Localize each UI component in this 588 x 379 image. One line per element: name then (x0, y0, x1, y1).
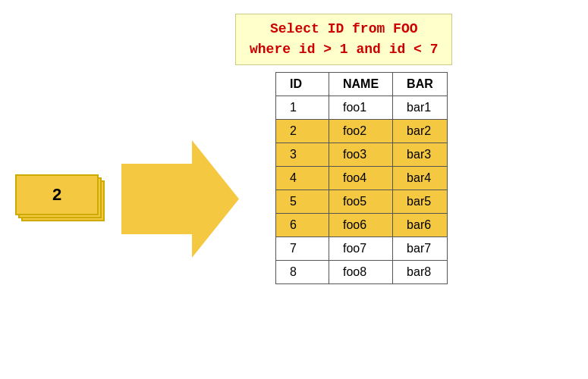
chevron-arrow (121, 140, 239, 258)
cell-id: 3 (276, 143, 329, 167)
cell-name: foo2 (329, 120, 393, 143)
col-header-name: NAME (329, 73, 393, 96)
cell-id: 2 (276, 120, 329, 143)
cell-name: foo1 (329, 96, 393, 120)
cell-name: foo3 (329, 143, 393, 167)
table-header-row: ID NAME BAR (276, 73, 448, 96)
query-cond2: id < 7 (389, 42, 439, 57)
table-row: 8foo8bar8 (276, 261, 448, 284)
card-front: 2 (15, 174, 99, 215)
keyword-where: where (250, 42, 291, 57)
cell-name: foo8 (329, 261, 393, 284)
cell-name: foo5 (329, 190, 393, 214)
col-header-id: ID (276, 73, 329, 96)
cell-id: 5 (276, 190, 329, 214)
cell-bar: bar1 (393, 96, 448, 120)
query-line-2: where id > 1 and id < 7 (250, 39, 438, 60)
table-row: 1foo1bar1 (276, 96, 448, 120)
cell-name: foo6 (329, 214, 393, 237)
cell-bar: bar6 (393, 214, 448, 237)
cell-id: 7 (276, 237, 329, 261)
cell-name: foo7 (329, 237, 393, 261)
table-row: 4foo4bar4 (276, 167, 448, 190)
query-line-1: Select ID from FOO (250, 19, 438, 39)
query-cond1: id > 1 (299, 42, 348, 57)
cell-bar: bar3 (393, 143, 448, 167)
table-row: 2foo2bar2 (276, 120, 448, 143)
card-value: 2 (52, 185, 61, 205)
query-table: FOO (393, 21, 417, 36)
table-row: 3foo3bar3 (276, 143, 448, 167)
cell-id: 4 (276, 167, 329, 190)
cell-id: 1 (276, 96, 329, 120)
col-header-bar: BAR (393, 73, 448, 96)
cell-bar: bar8 (393, 261, 448, 284)
keyword-from: from (352, 21, 385, 36)
table-row: 5foo5bar5 (276, 190, 448, 214)
keyword-select: Select (270, 21, 319, 36)
keyword-and: and (356, 42, 380, 57)
table-row: 7foo7bar7 (276, 237, 448, 261)
cell-bar: bar7 (393, 237, 448, 261)
query-box: Select ID from FOO where id > 1 and id <… (235, 14, 452, 65)
data-table: ID NAME BAR 1foo1bar12foo2bar23foo3bar34… (275, 72, 448, 284)
cell-bar: bar5 (393, 190, 448, 214)
cell-name: foo4 (329, 167, 393, 190)
table-row: 6foo6bar6 (276, 214, 448, 237)
cell-id: 8 (276, 261, 329, 284)
cell-id: 6 (276, 214, 329, 237)
cell-bar: bar4 (393, 167, 448, 190)
cell-bar: bar2 (393, 120, 448, 143)
query-id-field: ID (328, 21, 344, 36)
